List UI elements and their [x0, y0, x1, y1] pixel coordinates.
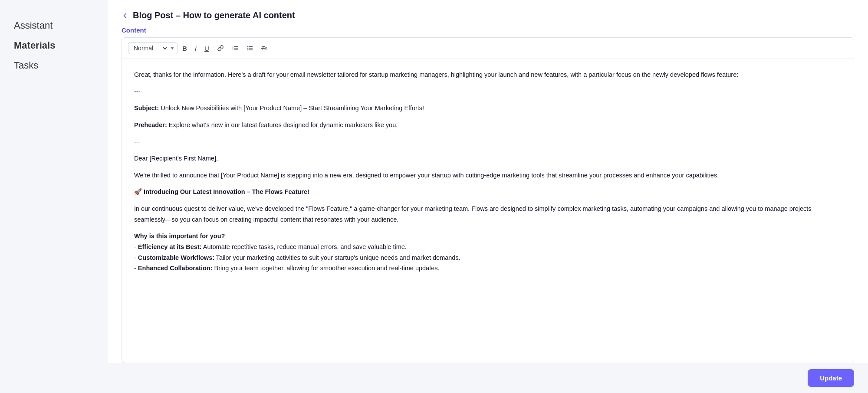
editor-paragraph: We're thrilled to announce that [Your Pr… — [134, 170, 842, 181]
editor-paragraph: Great, thanks for the information. Here'… — [134, 69, 842, 80]
italic-button[interactable]: I — [192, 43, 200, 54]
underline-button[interactable]: U — [201, 43, 212, 54]
format-selector-wrap[interactable]: Normal Heading 1 Heading 2 Heading 3 ▾ — [128, 42, 178, 54]
editor-paragraph: In our continuous quest to deliver value… — [134, 203, 842, 225]
back-icon — [122, 12, 128, 19]
update-button[interactable]: Update — [808, 369, 854, 387]
editor-paragraph: 🚀 Introducing Our Latest Innovation – Th… — [134, 187, 842, 197]
page-title: Blog Post – How to generate AI content — [133, 10, 295, 20]
link-button[interactable] — [214, 43, 227, 54]
footer-bar: Update — [108, 363, 868, 393]
sidebar-item-materials[interactable]: Materials — [14, 37, 94, 54]
editor-paragraph: --- — [134, 86, 842, 97]
svg-point-9 — [247, 46, 248, 47]
svg-text:3: 3 — [232, 49, 233, 51]
editor-paragraph: Dear [Recipient's First Name], — [134, 153, 842, 164]
ordered-list-button[interactable]: 1 2 3 — [229, 43, 242, 54]
section-label: Content — [108, 25, 868, 37]
svg-point-11 — [247, 49, 248, 50]
sidebar: Assistant Materials Tasks — [0, 0, 108, 393]
back-button[interactable] — [122, 12, 128, 19]
page-header: Blog Post – How to generate AI content — [108, 0, 868, 25]
editor-container: Normal Heading 1 Heading 2 Heading 3 ▾ B… — [122, 37, 854, 363]
bold-button[interactable]: B — [179, 43, 190, 54]
chevron-down-icon: ▾ — [171, 45, 174, 51]
editor-paragraph: --- — [134, 137, 842, 147]
editor-paragraph: Subject: Unlock New Possibilities with [… — [134, 103, 842, 114]
sidebar-item-assistant[interactable]: Assistant — [14, 17, 94, 34]
editor-toolbar: Normal Heading 1 Heading 2 Heading 3 ▾ B… — [122, 38, 854, 59]
svg-point-10 — [247, 48, 248, 49]
main-panel: Blog Post – How to generate AI content C… — [108, 0, 868, 393]
sidebar-item-tasks[interactable]: Tasks — [14, 57, 94, 74]
editor-paragraph: Why is this important for you? - Efficie… — [134, 231, 842, 274]
ordered-list-icon: 1 2 3 — [232, 45, 239, 52]
link-icon — [217, 45, 224, 52]
editor-paragraph: Preheader: Explore what's new in our lat… — [134, 120, 842, 131]
unordered-list-icon — [247, 45, 253, 52]
editor-body[interactable]: Great, thanks for the information. Here'… — [122, 59, 854, 363]
clear-format-button[interactable]: Tx — [258, 43, 270, 54]
format-select[interactable]: Normal Heading 1 Heading 2 Heading 3 — [132, 44, 168, 52]
unordered-list-button[interactable] — [243, 43, 256, 54]
